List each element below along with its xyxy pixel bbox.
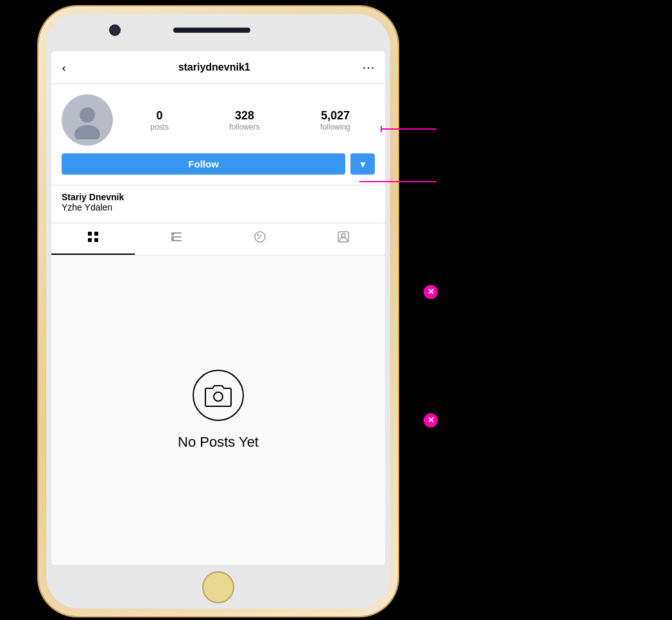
svg-rect-2: [88, 232, 92, 236]
svg-rect-5: [94, 238, 98, 242]
stats-container: 0 posts 328 followers 5,027 following: [126, 109, 375, 132]
follow-dropdown-button[interactable]: ▼: [350, 153, 375, 175]
phone-screen: ‹ stariydnevnik1 ⋯ 0 posts: [51, 51, 385, 565]
svg-rect-9: [171, 232, 174, 236]
phone-camera: [109, 24, 121, 36]
phone-speaker: [173, 28, 250, 33]
annotation-dot-1-icon: ✕: [427, 287, 435, 297]
tab-grid[interactable]: [51, 223, 135, 255]
back-button[interactable]: ‹: [62, 59, 66, 76]
bio-name: Stariy Dnevnik: [62, 192, 375, 202]
annotation-dot-2[interactable]: ✕: [424, 413, 438, 427]
list-icon: [171, 231, 182, 246]
svg-point-14: [341, 234, 345, 237]
tab-person[interactable]: [302, 223, 385, 255]
stat-posts[interactable]: 0 posts: [150, 109, 169, 132]
svg-point-12: [257, 234, 259, 236]
svg-point-1: [74, 125, 100, 139]
posts-count: 0: [157, 109, 163, 123]
person-icon: [338, 231, 349, 246]
tab-list[interactable]: [135, 223, 218, 255]
tab-bar: [51, 223, 385, 255]
annotation-line-following: [359, 181, 436, 182]
follow-row: Follow ▼: [62, 153, 375, 175]
more-options-icon[interactable]: ⋯: [362, 60, 375, 75]
tag-icon: [254, 231, 266, 246]
tab-tag[interactable]: [218, 223, 302, 255]
profile-section: 0 posts 328 followers 5,027 following Fo…: [51, 84, 385, 185]
svg-point-0: [80, 107, 95, 123]
bio-text: Yzhe Ydalen: [62, 202, 375, 212]
followers-count: 328: [235, 109, 254, 123]
grid-icon: [87, 231, 99, 246]
followers-label: followers: [229, 123, 259, 132]
app-header: ‹ stariydnevnik1 ⋯: [51, 51, 385, 84]
no-posts-icon: [193, 370, 244, 421]
annotation-dot-2-icon: ✕: [427, 415, 435, 426]
posts-label: posts: [150, 123, 169, 132]
svg-rect-10: [171, 237, 174, 240]
svg-rect-3: [94, 232, 98, 236]
stat-followers[interactable]: 328 followers: [229, 109, 259, 132]
following-label: following: [320, 123, 350, 132]
stat-following[interactable]: 5,027 following: [320, 109, 350, 132]
svg-rect-4: [88, 238, 92, 242]
svg-rect-8: [171, 240, 182, 241]
follow-button[interactable]: Follow: [62, 153, 345, 175]
no-posts-text: No Posts Yet: [178, 434, 259, 451]
content-area: No Posts Yet: [51, 255, 385, 565]
bio-section: Stariy Dnevnik Yzhe Ydalen: [51, 185, 385, 223]
profile-username: stariydnevnik1: [178, 62, 250, 73]
phone-shell: ‹ stariydnevnik1 ⋯ 0 posts: [39, 6, 398, 616]
profile-top-row: 0 posts 328 followers 5,027 following: [62, 94, 375, 146]
following-count: 5,027: [321, 109, 350, 123]
avatar: [62, 94, 113, 146]
annotation-dot-1[interactable]: ✕: [424, 285, 438, 299]
phone-home-button[interactable]: [202, 571, 234, 603]
annotation-line-username: [382, 128, 436, 130]
svg-point-15: [214, 392, 223, 401]
